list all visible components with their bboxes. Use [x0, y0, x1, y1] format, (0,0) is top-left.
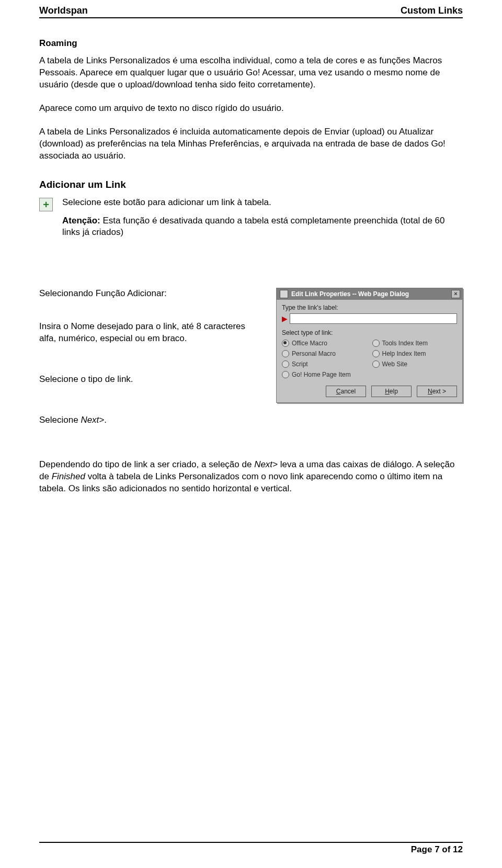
add-link-icon[interactable]: + — [39, 198, 53, 211]
edit-link-dialog: Edit Link Properties -- Web Page Dialog … — [276, 288, 463, 403]
roaming-p1: A tabela de Links Personalizados é uma e… — [39, 55, 463, 91]
help-button[interactable]: Help — [371, 386, 412, 397]
next-italic: Next> — [81, 415, 104, 425]
bottom-paragraph: Dependendo do tipo de link a ser criado,… — [39, 459, 463, 495]
selecionando-label: Selecionando Função Adicionar: — [39, 288, 260, 300]
radio-icon — [282, 371, 289, 378]
radio-icon — [372, 360, 380, 368]
header-left: Worldspan — [39, 5, 88, 16]
next-button[interactable]: Next > — [417, 386, 457, 397]
bottom-p1a: Dependendo do tipo de link a ser criado,… — [39, 459, 254, 469]
tipo-label: Selecione o tipo de link. — [39, 374, 260, 386]
type-label-text: Type the link's label: — [282, 304, 457, 311]
radio-label: Go! Home Page Item — [292, 371, 351, 378]
radio-label: Script — [292, 360, 308, 368]
addlink-p1: Selecione este botão para adicionar um l… — [62, 197, 463, 209]
radio-go-home[interactable]: Go! Home Page Item — [282, 371, 367, 378]
radio-script[interactable]: Script — [282, 360, 367, 368]
close-icon[interactable]: × — [451, 290, 460, 298]
radio-personal-macro[interactable]: Personal Macro — [282, 350, 367, 357]
radio-icon — [282, 360, 289, 368]
addlink-title: Adicionar um Link — [39, 179, 463, 190]
plus-icon: + — [43, 199, 49, 210]
next-label: Selecione Next>. — [39, 414, 260, 426]
page-number: Page 7 of 12 — [411, 844, 463, 855]
radio-web-site[interactable]: Web Site — [372, 360, 458, 368]
addlink-atencao: Atenção: Esta função é desativada quando… — [62, 215, 463, 239]
bottom-p1c: volta à tabela de Links Personalizados c… — [39, 471, 442, 493]
radio-icon — [372, 340, 380, 347]
cancel-button[interactable]: Cancel — [326, 386, 366, 397]
radio-label: Tools Index Item — [382, 340, 428, 347]
bottom-finished: Finished — [52, 471, 85, 481]
dialog-titlebar: Edit Link Properties -- Web Page Dialog … — [277, 288, 462, 300]
radio-icon — [282, 340, 289, 347]
select-type-label: Select type of link: — [282, 329, 457, 336]
radio-office-macro[interactable]: Office Macro — [282, 340, 367, 347]
header-right: Custom Links — [401, 5, 463, 16]
atencao-label: Atenção: — [62, 216, 100, 226]
atencao-text: Esta função é desativada quando a tabela… — [62, 216, 444, 238]
link-label-input[interactable] — [290, 313, 457, 324]
footer: Page 7 of 12 — [39, 842, 463, 855]
roaming-p2: Aparece como um arquivo de texto no disc… — [39, 103, 463, 115]
radio-icon — [372, 350, 380, 357]
dialog-title-text: Edit Link Properties -- Web Page Dialog — [291, 290, 409, 298]
bottom-next: Next> — [254, 459, 278, 469]
radio-label: Web Site — [382, 360, 407, 368]
radio-label: Help Index Item — [382, 350, 426, 357]
header-row: Worldspan Custom Links — [39, 5, 463, 18]
roaming-p3: A tabela de Links Personalizados é inclu… — [39, 126, 463, 162]
next-prefix: Selecione — [39, 415, 81, 425]
required-arrow-icon: ▶ — [282, 314, 288, 323]
next-suffix: . — [104, 415, 107, 425]
insira-label: Insira o Nome desejado para o link, até … — [39, 321, 260, 345]
radio-label: Personal Macro — [292, 350, 336, 357]
dialog-app-icon — [280, 290, 288, 298]
radio-tools-index[interactable]: Tools Index Item — [372, 340, 458, 347]
roaming-title: Roaming — [39, 38, 463, 49]
radio-help-index[interactable]: Help Index Item — [372, 350, 458, 357]
radio-icon — [282, 350, 289, 357]
radio-label: Office Macro — [292, 340, 327, 347]
